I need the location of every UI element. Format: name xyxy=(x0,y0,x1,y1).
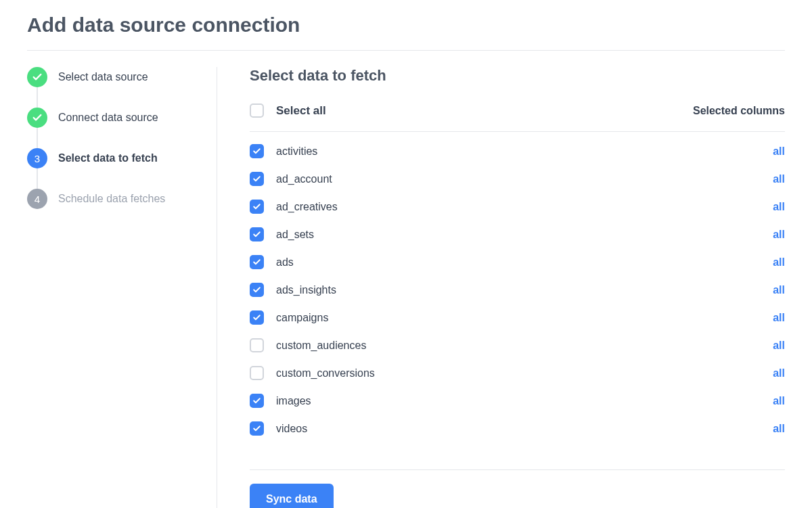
content-wrapper: Select data sourceConnect data source3Se… xyxy=(27,67,785,508)
step-connector xyxy=(37,128,38,148)
action-bar: Sync data xyxy=(250,469,785,508)
step-connector xyxy=(37,87,38,108)
data-row-left: campaigns xyxy=(250,310,328,325)
section-title: Select data to fetch xyxy=(250,67,785,85)
select-all-row: Select all Selected columns xyxy=(250,103,785,132)
data-row-left: ad_creatives xyxy=(250,200,338,214)
data-rows-list: activitiesallad_accountallad_creativesal… xyxy=(250,137,785,442)
data-row: activitiesall xyxy=(250,137,785,165)
row-label: campaigns xyxy=(276,312,328,324)
data-row-left: images xyxy=(250,394,311,408)
row-label: activities xyxy=(276,145,317,158)
sync-data-button[interactable]: Sync data xyxy=(250,484,334,508)
select-all-label: Select all xyxy=(276,104,326,118)
step-label: Schedule data fetches xyxy=(58,193,165,205)
data-row-left: ads xyxy=(250,255,294,269)
row-label: custom_conversions xyxy=(276,367,375,379)
data-row: adsall xyxy=(250,248,785,276)
row-label: ads xyxy=(276,256,294,269)
columns-all-link[interactable]: all xyxy=(773,173,785,185)
row-checkbox[interactable] xyxy=(250,144,264,158)
columns-all-link[interactable]: all xyxy=(773,367,785,379)
steps-list: Select data sourceConnect data source3Se… xyxy=(27,67,203,209)
data-row-left: ads_insights xyxy=(250,283,336,297)
columns-all-link[interactable]: all xyxy=(773,256,785,269)
data-row: videosall xyxy=(250,415,785,442)
data-row-left: ad_account xyxy=(250,172,332,186)
step-label: Select data to fetch xyxy=(58,152,158,164)
data-row: imagesall xyxy=(250,387,785,415)
main-panel: Select data to fetch Select all Selected… xyxy=(217,67,785,508)
step-label: Select data source xyxy=(58,71,148,83)
step-check-icon xyxy=(27,67,47,87)
columns-all-link[interactable]: all xyxy=(773,340,785,352)
data-row-left: ad_sets xyxy=(250,227,314,241)
row-label: ads_insights xyxy=(276,284,336,296)
row-label: videos xyxy=(276,423,307,435)
row-label: images xyxy=(276,395,311,407)
page-title: Add data source connection xyxy=(27,14,785,37)
row-label: ad_creatives xyxy=(276,201,338,213)
row-checkbox[interactable] xyxy=(250,421,264,436)
data-row: custom_conversionsall xyxy=(250,359,785,387)
row-label: ad_account xyxy=(276,173,332,185)
row-checkbox[interactable] xyxy=(250,283,264,297)
data-row-left: activities xyxy=(250,144,317,158)
step-check-icon xyxy=(27,108,47,128)
selected-columns-header: Selected columns xyxy=(693,105,785,117)
row-checkbox[interactable] xyxy=(250,394,264,408)
data-row: ads_insightsall xyxy=(250,276,785,304)
step-label: Connect data source xyxy=(58,112,158,124)
wizard-sidebar: Select data sourceConnect data source3Se… xyxy=(27,67,217,508)
data-row: ad_setsall xyxy=(250,221,785,248)
select-all-checkbox[interactable] xyxy=(250,103,264,118)
row-checkbox[interactable] xyxy=(250,172,264,186)
row-checkbox[interactable] xyxy=(250,366,264,380)
row-checkbox[interactable] xyxy=(250,338,264,352)
columns-all-link[interactable]: all xyxy=(773,395,785,407)
row-label: custom_audiences xyxy=(276,340,366,352)
columns-all-link[interactable]: all xyxy=(773,312,785,324)
row-label: ad_sets xyxy=(276,229,314,241)
title-divider xyxy=(27,50,785,51)
select-all-left: Select all xyxy=(250,103,326,118)
data-row-left: videos xyxy=(250,421,307,436)
columns-all-link[interactable]: all xyxy=(773,423,785,435)
row-checkbox[interactable] xyxy=(250,200,264,214)
row-checkbox[interactable] xyxy=(250,227,264,241)
wizard-step-2[interactable]: Connect data source xyxy=(27,108,203,128)
columns-all-link[interactable]: all xyxy=(773,201,785,213)
columns-all-link[interactable]: all xyxy=(773,145,785,158)
step-number-badge: 4 xyxy=(27,189,47,209)
data-row: ad_creativesall xyxy=(250,193,785,221)
data-row-left: custom_conversions xyxy=(250,366,375,380)
columns-all-link[interactable]: all xyxy=(773,229,785,241)
columns-all-link[interactable]: all xyxy=(773,284,785,296)
data-row: campaignsall xyxy=(250,304,785,331)
row-checkbox[interactable] xyxy=(250,310,264,325)
step-connector xyxy=(37,168,38,189)
data-row-left: custom_audiences xyxy=(250,338,366,352)
data-row: custom_audiencesall xyxy=(250,331,785,359)
wizard-step-1[interactable]: Select data source xyxy=(27,67,203,87)
data-row: ad_accountall xyxy=(250,165,785,193)
row-checkbox[interactable] xyxy=(250,255,264,269)
wizard-step-3[interactable]: 3Select data to fetch xyxy=(27,148,203,168)
wizard-step-4[interactable]: 4Schedule data fetches xyxy=(27,189,203,209)
step-number-badge: 3 xyxy=(27,148,47,168)
